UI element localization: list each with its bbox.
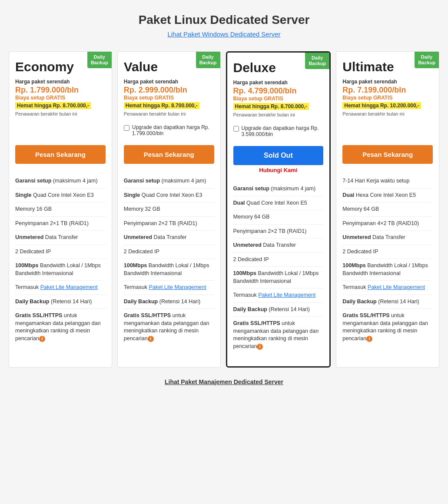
- plan-price-section-ultimate: Harga paket serendahRp. 7.199.000/blnBia…: [336, 79, 439, 121]
- feature-item: 2 Dedicated IP: [15, 245, 106, 259]
- feature-bold-prefix: Unmetered: [233, 242, 262, 248]
- upgrade-option-deluxe: Upgrade dan dapatkan harga Rp. 3.599.000…: [227, 122, 330, 143]
- feature-item: Memory 32 GB: [124, 202, 214, 216]
- feature-text: Data Transfer: [152, 234, 186, 240]
- plan-header-economy: Daily BackupEconomy: [9, 52, 112, 79]
- feature-bold-prefix: Gratis SSL/HTTPS: [124, 312, 171, 318]
- price-save-economy: Hemat hingga Rp. 8.700.000,-: [15, 102, 91, 109]
- plan-card-ultimate: Daily BackupUltimateHarga paket serendah…: [336, 51, 439, 368]
- plan-header-ultimate: Daily BackupUltimate: [336, 52, 439, 79]
- upgrade-checkbox-deluxe[interactable]: [233, 126, 239, 132]
- feature-item: 2 Dedicated IP: [233, 252, 324, 267]
- feature-item: Single Quad Core Intel Xeon E3: [124, 188, 214, 202]
- info-icon[interactable]: i: [39, 336, 45, 342]
- price-value-value: Rp. 2.999.000/bln: [124, 86, 214, 95]
- feature-bold-prefix: Gratis SSL/HTTPS: [342, 312, 389, 318]
- info-icon[interactable]: i: [257, 344, 263, 350]
- paket-lite-management-link[interactable]: Paket Lite Management: [368, 284, 425, 290]
- feature-item: Termasuk Paket Lite Management: [124, 280, 214, 295]
- feature-item: Memory 64 GB: [233, 210, 324, 224]
- plan-card-deluxe: Daily BackupDeluxeHarga paket serendahRp…: [226, 51, 331, 368]
- price-save-value: Hemat hingga Rp. 8.700.000,-: [124, 102, 199, 109]
- feature-bold-prefix: Garansi setup: [233, 186, 269, 192]
- order-button-economy[interactable]: Pesan Sekarang: [15, 145, 106, 164]
- feature-item: Dual Quad Core Intel Xeon E5: [233, 196, 324, 210]
- feature-item: Gratis SSL/HTTPS untuk mengamankan data …: [342, 308, 433, 345]
- price-expiry-deluxe: Penawaran berakhir bulan ini: [233, 112, 324, 117]
- upgrade-checkbox-value[interactable]: [124, 125, 129, 131]
- feature-item: Daily Backup (Retensi 14 Hari): [15, 295, 106, 309]
- info-icon[interactable]: i: [148, 336, 154, 342]
- feature-item: Unmetered Data Transfer: [342, 230, 433, 245]
- feature-item: Single Quad Core Intel Xeon E3: [15, 188, 106, 202]
- info-icon[interactable]: i: [366, 336, 372, 342]
- feature-bold-prefix: Unmetered: [342, 234, 371, 240]
- feature-text: Quad Core Intel Xeon E5: [245, 200, 307, 206]
- price-setup-economy: Biaya setup GRATIS: [15, 95, 106, 101]
- windows-server-link[interactable]: Lihat Paket Windows Dedicated Server: [167, 30, 280, 38]
- hubungi-kami-deluxe[interactable]: Hubungi Kami: [227, 167, 330, 173]
- feature-text: (Retensi 14 Hari): [50, 298, 92, 305]
- price-expiry-economy: Penawaran berakhir bulan ini: [15, 111, 106, 116]
- feature-item: 100Mbps Bandwidth Lokal / 1Mbps Bandwidt…: [15, 259, 106, 280]
- paket-lite-management-link[interactable]: Paket Lite Management: [149, 284, 206, 290]
- feature-bold-prefix: Unmetered: [124, 234, 152, 240]
- feature-text: Data Transfer: [43, 234, 78, 240]
- feature-item: 7-14 Hari Kerja waktu setup: [342, 174, 433, 188]
- feature-text: (Retensi 14 Hari): [377, 298, 419, 305]
- feature-bold-prefix: 100Mbps: [342, 262, 366, 269]
- feature-text: (Retensi 14 Hari): [158, 298, 200, 305]
- feature-bold-prefix: Daily Backup: [15, 298, 50, 305]
- feature-item: Gratis SSL/HTTPS untuk mengamankan data …: [233, 316, 324, 353]
- feature-item: Gratis SSL/HTTPS untuk mengamankan data …: [15, 308, 106, 345]
- order-button-ultimate[interactable]: Pesan Sekarang: [342, 145, 433, 164]
- price-value-ultimate: Rp. 7.199.000/bln: [342, 86, 433, 95]
- feature-item: Unmetered Data Transfer: [15, 230, 106, 245]
- feature-prefix: Termasuk: [124, 284, 149, 290]
- paket-lite-management-link[interactable]: Paket Lite Management: [258, 292, 315, 298]
- feature-item: Daily Backup (Retensi 14 Hari): [342, 295, 433, 309]
- daily-backup-badge-ultimate: Daily Backup: [415, 52, 439, 68]
- feature-item: 100Mbps Bandwidth Lokal / 1Mbps Bandwidt…: [124, 259, 214, 280]
- feature-bold-prefix: Unmetered: [15, 234, 43, 240]
- feature-text: (Retensi 14 Hari): [267, 306, 310, 312]
- upgrade-label-value: Upgrade dan dapatkan harga Rp. 1.799.000…: [132, 124, 214, 136]
- price-setup-value: Biaya setup GRATIS: [124, 95, 214, 101]
- feature-item: Memory 64 GB: [342, 202, 433, 216]
- upgrade-option-value: Upgrade dan dapatkan harga Rp. 1.799.000…: [118, 121, 220, 142]
- price-expiry-value: Penawaran berakhir bulan ini: [124, 111, 214, 116]
- price-value-deluxe: Rp. 4.799.000/bln: [233, 86, 324, 96]
- feature-item: Gratis SSL/HTTPS untuk mengamankan data …: [124, 308, 214, 345]
- feature-text: (maksimum 4 jam): [160, 178, 206, 184]
- price-expiry-ultimate: Penawaran berakhir bulan ini: [342, 111, 433, 116]
- page-subtitle: Lihat Paket Windows Dedicated Server: [9, 30, 439, 38]
- feature-bold-prefix: Garansi setup: [15, 178, 51, 184]
- daily-backup-badge-deluxe: Daily Backup: [305, 53, 329, 69]
- feature-bold-prefix: Dual: [342, 192, 354, 198]
- price-setup-ultimate: Biaya setup GRATIS: [342, 95, 433, 101]
- plans-container: Daily BackupEconomyHarga paket serendahR…: [9, 51, 439, 368]
- feature-bold-prefix: 100Mbps: [233, 270, 257, 276]
- feature-prefix: Termasuk: [15, 284, 40, 290]
- plan-header-deluxe: Daily BackupDeluxe: [227, 53, 330, 80]
- feature-bold-prefix: 100Mbps: [124, 262, 147, 269]
- feature-text: (maksimum 4 jam): [269, 186, 315, 192]
- price-value-economy: Rp. 1.799.000/bln: [15, 86, 106, 95]
- feature-bold-prefix: Dual: [233, 200, 245, 206]
- features-list-ultimate: 7-14 Hari Kerja waktu setupDual Hexa Cor…: [336, 170, 439, 358]
- feature-prefix: Termasuk: [342, 284, 368, 290]
- plan-price-section-value: Harga paket serendahRp. 2.999.000/blnBia…: [118, 79, 220, 121]
- price-save-deluxe: Hemat hingga Rp. 8.700.000,-: [233, 103, 309, 110]
- price-save-ultimate: Hemat hingga Rp. 10.200.000,-: [342, 102, 421, 109]
- upgrade-label-deluxe: Upgrade dan dapatkan harga Rp. 3.599.000…: [242, 125, 324, 137]
- paket-lite-management-link[interactable]: Paket Lite Management: [40, 284, 98, 290]
- feature-item: Daily Backup (Retensi 14 Hari): [233, 302, 324, 317]
- sold-out-button-deluxe: Sold Out: [233, 146, 324, 165]
- feature-item: Termasuk Paket Lite Management: [233, 288, 324, 302]
- feature-bold-prefix: Gratis SSL/HTTPS: [233, 320, 280, 326]
- order-button-value[interactable]: Pesan Sekarang: [124, 145, 214, 164]
- feature-item: 100Mbps Bandwidth Lokal / 1Mbps Bandwidt…: [233, 266, 324, 288]
- feature-bold-prefix: Daily Backup: [342, 298, 377, 305]
- plan-price-section-deluxe: Harga paket serendahRp. 4.799.000/blnBia…: [227, 80, 330, 122]
- management-server-link[interactable]: Lihat Paket Manajemen Dedicated Server: [165, 378, 283, 385]
